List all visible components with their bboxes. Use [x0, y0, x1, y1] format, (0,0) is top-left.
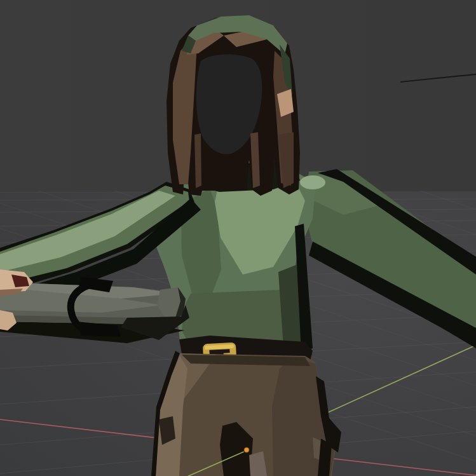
3d-viewport[interactable]	[0, 0, 476, 476]
viewport-canvas[interactable]	[0, 0, 476, 476]
character-pants	[151, 351, 341, 476]
shoulder-highlight	[300, 175, 325, 189]
character-head	[167, 15, 300, 196]
object-origin-marker[interactable]	[244, 447, 250, 453]
